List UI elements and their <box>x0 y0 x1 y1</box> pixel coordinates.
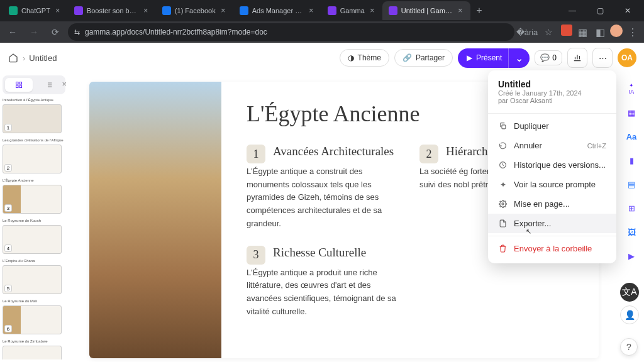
visual-button[interactable]: ⊞ <box>623 200 640 216</box>
menu-export[interactable]: Exporter... ↖ <box>488 214 616 233</box>
back-button[interactable]: ← <box>4 23 21 41</box>
theme-label: Thème <box>358 53 381 62</box>
new-tab-button[interactable]: + <box>470 2 488 19</box>
thumb-number: 1 <box>4 124 12 131</box>
thumb-number: 6 <box>4 325 12 332</box>
svg-rect-3 <box>19 85 22 88</box>
chat-button[interactable]: 👤 <box>620 305 639 324</box>
browser-menu-icon[interactable]: ⋮ <box>625 25 640 40</box>
install-app-icon[interactable]: �ària <box>518 23 536 41</box>
share-button[interactable]: 🔗 Partager <box>394 49 453 67</box>
extension-icon[interactable]: ▦ <box>575 25 590 40</box>
thumb-title: L'Égypte Ancienne <box>3 178 65 184</box>
theme-button[interactable]: ◑ Thème <box>340 49 389 67</box>
url-field[interactable]: ⇆ gamma.app/docs/Untitled-nrr2bctfh8ap8i… <box>68 23 514 41</box>
thumb-title: Le Royaume du Mali <box>3 299 65 304</box>
view-toggle <box>3 75 65 94</box>
grid-view-button[interactable] <box>5 78 33 92</box>
tab-label: Booster son business <box>87 7 138 14</box>
tab-label: ChatGPT <box>21 7 50 14</box>
breadcrumb: › Untitled <box>8 52 57 63</box>
slide-thumb[interactable]: Introduction à l'Égypte Antique1 <box>3 98 65 133</box>
thumb-title: Le Royaume de Koush <box>3 219 65 224</box>
menu-label: Annuler <box>514 141 542 150</box>
forward-button[interactable]: → <box>25 23 43 41</box>
slide-thumb[interactable]: L'Égypte Ancienne3 <box>3 178 65 214</box>
slide-thumb[interactable]: Les grandes civilisations de l'Afrique A… <box>3 138 65 173</box>
site-info-icon[interactable]: ⇆ <box>74 28 80 36</box>
text-format-button[interactable]: Aa <box>623 128 640 145</box>
close-icon[interactable]: × <box>369 7 376 14</box>
item-number: 1 <box>247 145 265 163</box>
slide-image[interactable] <box>89 82 221 358</box>
home-icon[interactable] <box>8 52 19 63</box>
browser-tab-strip: ChatGPT × Booster son business × (1) Fac… <box>0 0 644 21</box>
tab-gamma[interactable]: Gamma × <box>321 1 382 20</box>
menu-undo[interactable]: Annuler Ctrl+Z <box>488 136 616 155</box>
thumb-title: L'Empire du Ghana <box>3 259 65 264</box>
cursor-icon: ↖ <box>526 228 531 236</box>
sparkle-icon: ✦ <box>498 180 508 189</box>
close-icon[interactable]: × <box>219 7 227 14</box>
tab-chatgpt[interactable]: ChatGPT × <box>3 1 68 20</box>
menu-source[interactable]: ✦ Voir la source prompte <box>488 175 616 194</box>
menu-created: Créé le January 17th, 2024 <box>498 89 606 97</box>
item-body[interactable]: L'Égypte antique a produit une riche lit… <box>247 266 401 319</box>
close-icon[interactable]: × <box>54 7 62 14</box>
avatar[interactable]: OA <box>618 48 636 67</box>
close-icon[interactable]: × <box>457 7 464 14</box>
card-template-button[interactable]: ▦ <box>623 104 640 121</box>
profile-icon[interactable] <box>610 25 623 37</box>
slide-thumb[interactable]: Le Royaume de Koush4 <box>3 219 65 254</box>
tab-ads-manager[interactable]: Ads Manager - Mana × <box>233 1 321 20</box>
present-label: Présent <box>476 53 502 62</box>
image-button[interactable]: 🖼 <box>623 224 640 240</box>
extension-icon[interactable]: ◧ <box>592 25 608 40</box>
reload-button[interactable]: ⟳ <box>47 23 64 41</box>
list-view-button[interactable] <box>35 78 63 92</box>
thumb-number: 2 <box>4 164 12 172</box>
item-number: 3 <box>247 246 265 265</box>
menu-page-setup[interactable]: Mise en page... <box>488 194 616 214</box>
slide-thumb[interactable]: L'Empire du Ghana5 <box>3 259 65 294</box>
chevron-right-icon: › <box>23 53 25 63</box>
item-heading[interactable]: Richesse Culturelle <box>247 246 401 260</box>
tab-label: Ads Manager - Mana <box>252 7 304 14</box>
video-button[interactable]: ▶ <box>623 248 640 264</box>
ai-button[interactable]: ✦IA <box>623 80 640 97</box>
menu-trash[interactable]: Envoyer à la corbeille <box>488 239 616 258</box>
chevron-down-icon[interactable]: ⌄ <box>508 48 530 68</box>
extension-icon[interactable] <box>561 25 572 36</box>
close-window-button[interactable]: ✕ <box>614 0 641 21</box>
menu-duplicate[interactable]: Dupliquer <box>488 116 616 136</box>
menu-label: Mise en page... <box>514 199 570 209</box>
item-body[interactable]: L'Égypte antique a construit des monumen… <box>247 165 401 231</box>
comments-button[interactable]: 💬 0 <box>535 50 562 65</box>
tab-facebook[interactable]: (1) Facebook × <box>156 1 233 20</box>
slide-thumb[interactable]: Le Royaume du Mali6 <box>3 299 65 334</box>
callout-button[interactable]: ▮ <box>623 152 640 168</box>
close-panel-icon[interactable]: × <box>62 79 67 89</box>
minimize-button[interactable]: ― <box>558 0 586 21</box>
help-button[interactable]: ? <box>620 338 638 356</box>
maximize-button[interactable]: ▢ <box>586 0 614 21</box>
doc-title[interactable]: Untitled <box>29 53 57 63</box>
analytics-button[interactable] <box>567 48 587 68</box>
url-text: gamma.app/docs/Untitled-nrr2bctfh8ap8im?… <box>85 28 267 36</box>
menu-history[interactable]: Historique des versions... <box>488 155 616 175</box>
more-button[interactable]: ⋯ <box>592 48 613 68</box>
menu-label: Exporter... <box>514 219 551 228</box>
layout-button[interactable]: ▤ <box>623 176 640 192</box>
history-icon <box>498 160 508 170</box>
bookmark-icon[interactable]: ☆ <box>540 23 557 41</box>
slide-thumb[interactable]: Le Royaume du Zimbabwe7 <box>3 339 65 359</box>
tab-untitled-gamma[interactable]: Untitled | Gamma × <box>382 1 470 20</box>
thumb-title: Le Royaume du Zimbabwe <box>3 339 65 344</box>
item-heading[interactable]: Avancées Architecturales <box>247 145 401 159</box>
present-button[interactable]: ▶ Présent ⌄ <box>458 48 530 68</box>
tab-booster[interactable]: Booster son business × <box>68 1 156 20</box>
right-tool-rail: ✦IA ▦ Aa ▮ ▤ ⊞ 🖼 ▶ <box>621 80 641 264</box>
close-icon[interactable]: × <box>308 7 315 14</box>
language-button[interactable]: 文A <box>620 283 639 302</box>
close-icon[interactable]: × <box>142 7 150 14</box>
